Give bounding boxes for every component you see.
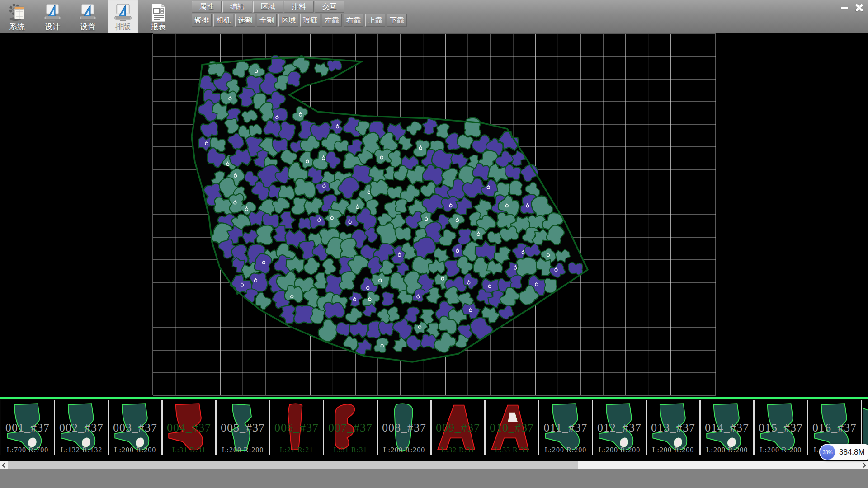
piece-lr-count-label: L:31 R:31: [324, 446, 377, 454]
piece-id-label: 005_#37: [217, 421, 269, 435]
main-toolbar-button[interactable]: 报表: [143, 0, 174, 33]
tool-button-label: 左靠: [325, 16, 339, 25]
minimize-icon: [841, 7, 848, 9]
piece-lr-count-label: L:200 R:200: [647, 446, 699, 454]
nesting-app-window: { "toolbar": { "main_buttons": [ {"label…: [0, 0, 868, 488]
piece-lr-count-label: L:200 R:200: [755, 446, 807, 454]
titlebar-toolbar: 系统 设计 设置 排版 报表: [0, 0, 868, 33]
menu-button[interactable]: 排料: [284, 1, 314, 13]
main-toolbar-button[interactable]: 设置: [72, 0, 103, 33]
tool-button-label: 右靠: [346, 16, 361, 25]
piece-thumbnail[interactable]: 011_#37 L:200 R:200: [539, 400, 593, 455]
memory-usage-widget[interactable]: 38% 384.8M: [819, 444, 868, 460]
piece-thumbnail[interactable]: 004_#37 L:31 R:31: [162, 400, 216, 455]
tool-button[interactable]: 右靠: [344, 14, 363, 27]
menu-button[interactable]: 交互: [315, 1, 344, 13]
piece-id-label: 001_#37: [1, 421, 54, 435]
toolbar-button-icon: [113, 3, 132, 23]
piece-id-label: 009_#37: [432, 421, 484, 435]
toolbar-button-icon: [78, 3, 97, 23]
main-toolbar-button[interactable]: 排版: [108, 0, 138, 33]
chevron-right-icon: [860, 462, 866, 468]
close-button[interactable]: [853, 2, 865, 14]
tool-button[interactable]: 上靠: [365, 14, 385, 27]
close-icon: [855, 4, 863, 12]
piece-id-label: 010_#37: [486, 421, 538, 435]
toolbar-button-label: 设置: [80, 23, 95, 32]
piece-thumbnail-strip: 001_#37 L:700 R:700 002_#37 L:132 R:132 …: [0, 399, 868, 455]
window-controls: [838, 2, 865, 14]
tool-button-label: 聚排: [194, 16, 209, 25]
piece-thumbnail[interactable]: 014_#37 L:200 R:200: [700, 400, 754, 455]
menu-button[interactable]: 编辑: [222, 1, 252, 13]
menu-button[interactable]: 属性: [192, 1, 222, 13]
menu-button[interactable]: 区域: [253, 1, 283, 13]
tool-button-label: 相机: [216, 16, 231, 25]
tool-button[interactable]: 相机: [213, 14, 233, 27]
minimize-button[interactable]: [838, 2, 851, 14]
main-toolbar-button[interactable]: 系统: [2, 0, 33, 33]
piece-lr-count-label: L:200 R:200: [593, 446, 646, 454]
piece-thumbnail[interactable]: 006_#37 L:21 R:21: [270, 400, 324, 455]
piece-thumbnail[interactable]: 008_#37 L:200 R:200: [377, 400, 431, 455]
menu-button-label: 排料: [292, 2, 306, 12]
piece-id-label: 006_#37: [270, 421, 323, 435]
tool-button[interactable]: 选割: [235, 14, 255, 27]
piece-lr-count-label: L:21 R:21: [270, 446, 323, 454]
piece-id-label: 014_#37: [701, 421, 753, 435]
toolbar-button-icon: [8, 3, 27, 23]
menu-button-label: 属性: [199, 2, 214, 12]
nesting-canvas[interactable]: [0, 33, 868, 397]
piece-id-label: 007_#37: [324, 421, 377, 435]
toolbar-button-icon: [149, 3, 168, 23]
piece-thumbnail[interactable]: 010_#37 L:33 R:33: [485, 400, 539, 455]
piece-thumbnail[interactable]: 015_#37 L:200 R:200: [754, 400, 808, 455]
tool-button-label: 选割: [238, 16, 252, 25]
status-bar: [0, 469, 868, 488]
piece-lr-count-label: L:32 R:31: [432, 446, 484, 454]
piece-thumbnail[interactable]: 009_#37 L:32 R:31: [431, 400, 485, 455]
main-toolbar-buttons: 系统 设计 设置 排版 报表: [2, 0, 178, 33]
scroll-left-button[interactable]: [0, 461, 8, 469]
piece-thumbnail[interactable]: 005_#37 L:200 R:200: [216, 400, 270, 455]
tool-button-label: 瑕疵: [303, 16, 317, 25]
menu-row-top: 属性 编辑 区域 排料 交互: [192, 1, 345, 13]
nesting-canvas-drawing: [0, 33, 868, 397]
piece-id-label: 015_#37: [755, 421, 807, 435]
piece-id-label: 013_#37: [647, 421, 699, 435]
toolbar-button-label: 报表: [151, 23, 166, 32]
tool-button[interactable]: 左靠: [322, 14, 342, 27]
piece-lr-count-label: L:200 R:200: [217, 446, 269, 454]
piece-id-label: 012_#37: [593, 421, 646, 435]
tool-button[interactable]: 下靠: [387, 14, 407, 27]
horizontal-scrollbar[interactable]: [0, 461, 868, 469]
piece-id-label: 0: [862, 421, 868, 435]
piece-id-label: 003_#37: [109, 421, 161, 435]
tool-button[interactable]: 全割: [257, 14, 277, 27]
tool-button-label: 区域: [281, 16, 296, 25]
piece-id-label: 016_#37: [808, 421, 861, 435]
piece-thumbnail[interactable]: 003_#37 L:200 R:200: [108, 400, 162, 455]
tool-button[interactable]: 区域: [278, 14, 298, 27]
scrollbar-thumb[interactable]: [8, 461, 578, 469]
tool-button[interactable]: 瑕疵: [300, 14, 320, 27]
menu-button-label: 交互: [322, 2, 337, 12]
scroll-right-button[interactable]: [860, 461, 868, 469]
tool-button-label: 全割: [259, 16, 274, 25]
piece-id-label: 002_#37: [55, 421, 108, 435]
piece-thumbnail[interactable]: 007_#37 L:31 R:31: [324, 400, 377, 455]
menu-button-label: 区域: [261, 2, 275, 12]
chevron-left-icon: [2, 462, 8, 468]
piece-lr-count-label: L:200 R:200: [109, 446, 161, 454]
toolbar-button-label: 排版: [115, 23, 131, 32]
piece-id-label: 004_#37: [163, 421, 215, 435]
piece-thumbnail[interactable]: 001_#37 L:700 R:700: [1, 400, 55, 455]
toolbar-button-label: 设计: [45, 23, 60, 32]
menu-button-label: 编辑: [230, 2, 245, 12]
piece-thumbnail[interactable]: 013_#37 L:200 R:200: [646, 400, 700, 455]
piece-thumbnail[interactable]: 002_#37 L:132 R:132: [55, 400, 108, 455]
piece-thumbnail[interactable]: 012_#37 L:200 R:200: [593, 400, 646, 455]
main-toolbar-button[interactable]: 设计: [37, 0, 68, 33]
piece-lr-count-label: L:132 R:132: [55, 446, 108, 454]
tool-button[interactable]: 聚排: [192, 14, 212, 27]
